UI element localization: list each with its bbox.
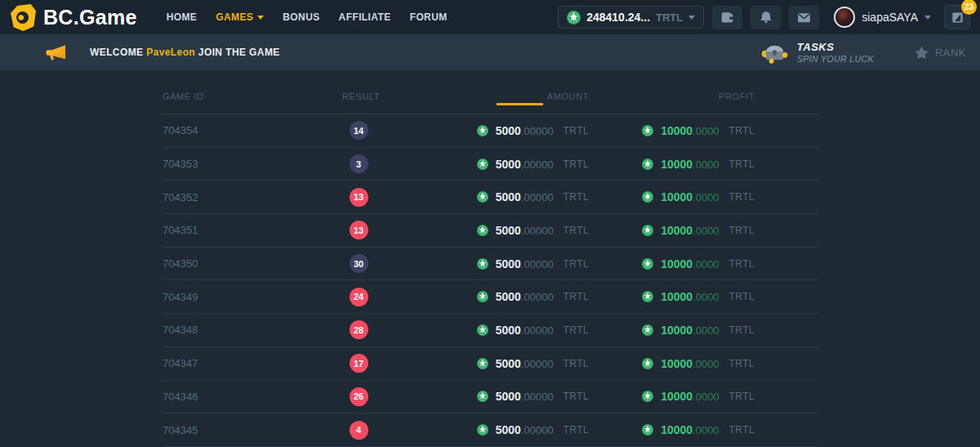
game-id-cell: 704352 [163,191,342,203]
profit-currency: TRTL [729,159,755,170]
amount-cell: 5000.00000 TRTL [375,290,589,303]
amount-cell: 5000.00000 TRTL [375,158,589,171]
profit-currency: TRTL [729,424,755,436]
megaphone-icon [45,43,67,61]
trtl-coin-icon [642,125,653,136]
trtl-coin-icon [642,391,653,402]
amount-cell: 5000.00000 TRTL [375,324,589,337]
table-header-row: GAME ID RESULT AMOUNT PROFIT [163,70,817,114]
amount-currency: TRTL [564,391,589,402]
table-row[interactable]: 704354 14 5000.00000 TRTL [163,114,817,148]
trtl-coin-icon [477,225,488,236]
trtl-coin-icon [642,358,653,369]
active-tab-indicator [497,103,543,105]
chevron-down-icon [924,16,931,20]
mail-icon [797,11,811,25]
game-id-cell: 704354 [163,124,342,136]
trtl-coin-icon [477,159,488,170]
tasks-link[interactable]: TASKS SPIN YOUR LUCK [761,41,874,64]
trtl-coin-icon [477,324,488,336]
game-id-cell: 704347 [163,357,342,369]
avatar [834,7,855,28]
result-cell: 4 [342,421,375,440]
trtl-coin-icon [642,159,653,170]
brand-logo[interactable]: BC.Game [11,4,137,31]
table-row[interactable]: 704347 17 5000.00000 TRTL [163,347,817,381]
balance-value: 248410.24... [586,11,650,24]
header-profit: PROFIT [589,92,755,101]
profit-currency: TRTL [729,291,755,302]
result-cell: 14 [342,121,375,140]
user-menu[interactable]: siapaSAYA [834,7,931,28]
amount-currency: TRTL [564,258,589,270]
amount-currency: TRTL [564,358,589,369]
profit-cell: 10000.0000 TRTL [589,357,755,370]
amount-currency: TRTL [564,125,589,136]
chat-icon [951,11,964,25]
trtl-coin-icon [477,191,488,203]
profit-cell: 10000.0000 TRTL [589,324,755,337]
table-row[interactable]: 704353 3 5000.00000 TRTL [163,148,817,181]
chat-button[interactable]: 23 [944,5,970,29]
game-id-cell: 704346 [163,391,342,403]
trtl-coin-icon [477,125,488,136]
header-game-id: GAME ID [163,92,342,101]
nav-item-games[interactable]: GAMES [216,11,264,23]
game-id-cell: 704350 [163,257,342,270]
trtl-coin-icon [477,424,488,436]
announcement-bar: WELCOME PaveLeon JOIN THE GAME TASKS SPI… [0,34,980,70]
profit-cell: 10000.0000 TRTL [589,158,755,171]
banner-right: TASKS SPIN YOUR LUCK RANK [761,41,966,64]
game-id-cell: 704353 [163,158,342,170]
chat-unread-badge: 23 [961,0,977,15]
amount-cell: 5000.00000 TRTL [375,224,589,237]
bell-icon [760,11,773,24]
table-row[interactable]: 704350 30 5000.00000 TRTL [163,248,817,281]
username: siapaSAYA [862,11,918,24]
table-row[interactable]: 704345 4 5000.00000 TRTL [163,413,817,447]
nav-item-bonus[interactable]: BONUS [283,11,319,23]
result-badge: 4 [350,421,368,440]
amount-currency: TRTL [564,324,589,336]
main-nav: HOME GAMES BONUS AFFILIATE FORUM [167,11,448,23]
top-navbar: BC.Game HOME GAMES BONUS AFFILIATE FORUM… [0,0,980,34]
trtl-coin-icon [642,291,653,302]
profit-cell: 10000.0000 TRTL [589,224,755,237]
result-badge: 14 [350,121,368,140]
result-cell: 13 [342,221,375,239]
table-row[interactable]: 704346 26 5000.00000 TRTL [163,381,817,414]
trtl-coin-icon [642,225,653,236]
table-row[interactable]: 704348 28 5000.00000 TRTL [163,314,817,347]
profit-currency: TRTL [729,225,755,236]
rank-link[interactable]: RANK [915,46,966,60]
game-id-cell: 704351 [163,224,342,236]
balance-selector[interactable]: 248410.24... TRTL [558,6,704,29]
result-cell: 3 [342,154,375,173]
trtl-coin-icon [477,358,488,369]
result-badge: 26 [350,387,368,406]
nav-item-home[interactable]: HOME [167,11,198,23]
amount-cell: 5000.00000 TRTL [375,357,589,370]
nav-item-forum[interactable]: FORUM [410,11,448,23]
wallet-button[interactable] [712,6,742,29]
messages-button[interactable] [789,6,819,29]
table-row[interactable]: 704351 13 5000.00000 TRTL [163,214,817,248]
amount-currency: TRTL [564,159,589,170]
chevron-down-icon [257,16,264,20]
trtl-coin-icon [567,11,581,25]
game-id-cell: 704348 [163,324,342,336]
main-content: GAME ID RESULT AMOUNT PROFIT 704354 14 5… [0,70,980,447]
nav-item-affiliate[interactable]: AFFILIATE [339,11,391,23]
result-badge: 3 [350,154,368,173]
profit-currency: TRTL [729,391,755,402]
amount-cell: 5000.00000 TRTL [375,190,589,203]
table-row[interactable]: 704349 24 5000.00000 TRTL [163,280,817,314]
profit-currency: TRTL [729,191,755,203]
notifications-button[interactable] [751,6,781,29]
result-badge: 13 [350,188,368,207]
result-cell: 28 [342,320,375,339]
result-cell: 24 [342,288,375,306]
navbar-right: 248410.24... TRTL siapaSAYA [558,5,970,29]
table-row[interactable]: 704352 13 5000.00000 TRTL [163,181,817,214]
welcome-text: WELCOME PaveLeon JOIN THE GAME [90,47,280,58]
